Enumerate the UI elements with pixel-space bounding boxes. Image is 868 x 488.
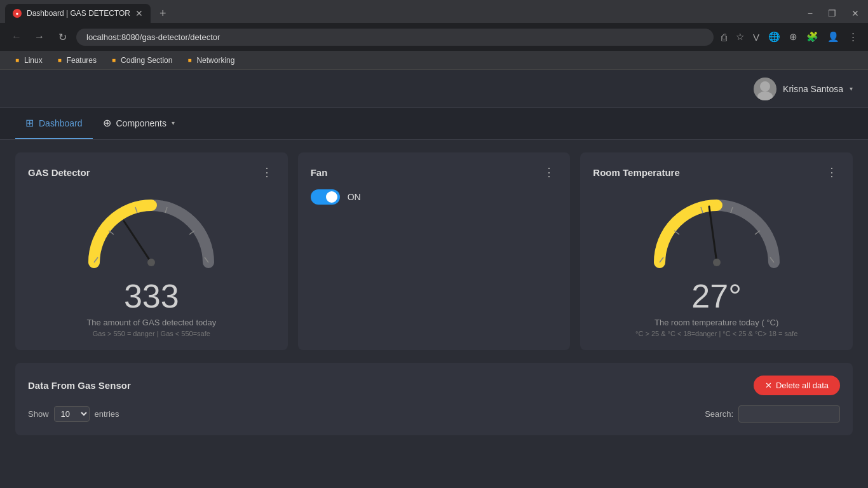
refresh-button[interactable]: ↻ bbox=[53, 28, 71, 46]
fan-card: Fan ⋮ ON bbox=[298, 152, 571, 350]
delete-all-button[interactable]: ✕ Delete all data bbox=[754, 376, 840, 395]
components-arrow-icon: ▾ bbox=[172, 119, 175, 126]
main-content: GAS Detector ⋮ bbox=[0, 140, 868, 448]
bookmarks-bar: ■ Linux ■ Features ■ Coding Section ■ Ne… bbox=[0, 51, 868, 70]
temp-value: 27° bbox=[691, 277, 742, 315]
user-name-label: Krisna Santosa bbox=[783, 84, 843, 94]
table-controls: Show 10 25 50 100 entries Search: bbox=[28, 405, 840, 423]
fan-card-header: Fan ⋮ bbox=[311, 165, 558, 179]
extensions-icon[interactable]: 🧩 bbox=[804, 29, 821, 45]
gas-value: 333 bbox=[124, 277, 179, 315]
components-icon: ⊕ bbox=[103, 117, 111, 129]
bookmark-folder-icon: ■ bbox=[185, 56, 194, 65]
fan-status-label: ON bbox=[348, 192, 361, 202]
delete-icon: ✕ bbox=[765, 381, 772, 390]
fan-card-menu-button[interactable]: ⋮ bbox=[541, 165, 557, 179]
bookmark-folder-icon: ■ bbox=[55, 56, 64, 65]
bookmark-networking-label: Networking bbox=[196, 56, 234, 65]
search-input[interactable] bbox=[738, 405, 840, 423]
bookmark-folder-icon: ■ bbox=[13, 56, 22, 65]
bookmark-star-icon[interactable]: ☆ bbox=[733, 29, 747, 45]
temp-card: Room Temperature ⋮ bbox=[580, 152, 853, 350]
app-header: Krisna Santosa ▾ bbox=[0, 70, 868, 108]
tab-title: Dashboard | GAS DETECTOR bbox=[27, 9, 130, 18]
bookmark-linux[interactable]: ■ Linux bbox=[8, 55, 48, 66]
data-section: Data From Gas Sensor ✕ Delete all data S… bbox=[15, 363, 853, 435]
cards-row: GAS Detector ⋮ bbox=[15, 152, 853, 350]
svg-line-2 bbox=[124, 221, 151, 262]
data-section-title: Data From Gas Sensor bbox=[28, 380, 131, 391]
fan-toggle[interactable] bbox=[311, 189, 340, 205]
svg-line-13 bbox=[674, 231, 679, 234]
tab-favicon: ● bbox=[13, 9, 22, 18]
nav-dashboard[interactable]: ⊞ Dashboard bbox=[15, 108, 93, 139]
gas-gauge-container: 333 The amount of GAS detected today Gas… bbox=[28, 189, 275, 337]
vivaldi-icon[interactable]: V bbox=[750, 29, 762, 45]
svg-line-10 bbox=[709, 207, 717, 262]
nav-components[interactable]: ⊕ Components ▾ bbox=[93, 108, 185, 139]
svg-point-0 bbox=[760, 81, 770, 92]
svg-point-1 bbox=[757, 92, 773, 100]
temp-label: The room temperature today ( °C) bbox=[654, 318, 778, 327]
nav-components-label: Components bbox=[116, 118, 166, 128]
edge-icon[interactable]: 🌐 bbox=[766, 29, 783, 45]
profile-icon[interactable]: 👤 bbox=[825, 29, 842, 45]
lastpass-icon[interactable]: ⊕ bbox=[787, 29, 800, 45]
svg-line-5 bbox=[109, 231, 114, 234]
browser-menu-icon[interactable]: ⋮ bbox=[846, 29, 860, 45]
bookmark-features-label: Features bbox=[67, 56, 97, 65]
user-menu[interactable]: Krisna Santosa ▾ bbox=[754, 78, 853, 100]
forward-button[interactable]: → bbox=[31, 28, 48, 46]
fan-card-title: Fan bbox=[311, 167, 328, 178]
toggle-slider bbox=[311, 189, 340, 205]
tab-bar: ● Dashboard | GAS DETECTOR ✕ + − ❐ ✕ bbox=[0, 0, 868, 23]
search-row: Search: bbox=[705, 405, 840, 423]
dashboard-icon: ⊞ bbox=[25, 117, 34, 129]
show-entries-control: Show 10 25 50 100 entries bbox=[28, 406, 119, 422]
svg-point-3 bbox=[147, 259, 155, 266]
app-container: Krisna Santosa ▾ ⊞ Dashboard ⊕ Component… bbox=[0, 70, 868, 448]
temp-card-menu-button[interactable]: ⋮ bbox=[824, 165, 840, 179]
user-chevron-icon: ▾ bbox=[850, 85, 853, 92]
bookmark-folder-icon: ■ bbox=[109, 56, 118, 65]
gas-card-menu-button[interactable]: ⋮ bbox=[259, 165, 275, 179]
window-controls: − ❐ ✕ bbox=[804, 7, 863, 20]
gas-detector-card: GAS Detector ⋮ bbox=[15, 152, 288, 350]
back-button[interactable]: ← bbox=[8, 28, 25, 46]
browser-nav-bar: ← → ↻ ⎙ ☆ V 🌐 ⊕ 🧩 👤 ⋮ bbox=[0, 23, 868, 51]
window-maximize-button[interactable]: ❐ bbox=[824, 7, 840, 20]
show-label: Show bbox=[28, 409, 49, 419]
nav-dashboard-label: Dashboard bbox=[39, 118, 83, 128]
window-close-button[interactable]: ✕ bbox=[848, 7, 863, 20]
new-tab-button[interactable]: + bbox=[156, 7, 170, 20]
address-bar[interactable] bbox=[76, 29, 714, 46]
fan-toggle-row: ON bbox=[311, 189, 558, 205]
browser-action-buttons: ⎙ ☆ V 🌐 ⊕ 🧩 👤 ⋮ bbox=[719, 29, 860, 45]
bookmark-coding-label: Coding Section bbox=[121, 56, 172, 65]
temp-gauge-container: 27° The room temperature today ( °C) °C … bbox=[593, 189, 840, 337]
gas-label: The amount of GAS detected today bbox=[86, 318, 216, 327]
bookmark-coding[interactable]: ■ Coding Section bbox=[104, 55, 177, 66]
gas-card-header: GAS Detector ⋮ bbox=[28, 165, 275, 179]
active-tab[interactable]: ● Dashboard | GAS DETECTOR ✕ bbox=[5, 4, 151, 23]
app-nav: ⊞ Dashboard ⊕ Components ▾ bbox=[0, 108, 868, 140]
entries-select[interactable]: 10 25 50 100 bbox=[54, 406, 90, 422]
temp-card-title: Room Temperature bbox=[593, 167, 679, 178]
temp-card-header: Room Temperature ⋮ bbox=[593, 165, 840, 179]
bookmark-linux-label: Linux bbox=[24, 56, 43, 65]
entries-label: entries bbox=[95, 409, 119, 419]
window-minimize-button[interactable]: − bbox=[804, 7, 817, 20]
gas-gauge-svg bbox=[81, 189, 221, 272]
bookmark-networking[interactable]: ■ Networking bbox=[180, 55, 240, 66]
svg-point-11 bbox=[713, 259, 721, 266]
share-icon[interactable]: ⎙ bbox=[719, 29, 729, 45]
gas-card-title: GAS Detector bbox=[28, 167, 90, 178]
temp-info: °C > 25 & °C < 18=danger | °C < 25 & °C>… bbox=[635, 330, 797, 337]
bookmark-features[interactable]: ■ Features bbox=[50, 55, 102, 66]
gas-info: Gas > 550 = danger | Gas < 550=safe bbox=[93, 330, 210, 337]
delete-btn-label: Delete all data bbox=[776, 381, 829, 390]
tab-close-button[interactable]: ✕ bbox=[135, 8, 143, 18]
search-label: Search: bbox=[705, 409, 733, 419]
data-section-header: Data From Gas Sensor ✕ Delete all data bbox=[28, 376, 840, 395]
temp-gauge-svg bbox=[647, 189, 787, 272]
